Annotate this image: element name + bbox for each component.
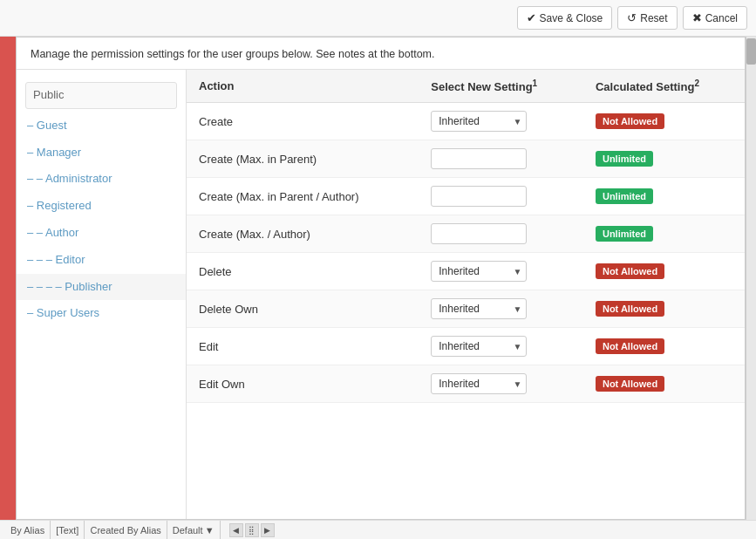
status-text: [Text]	[51, 521, 85, 539]
nav-item-superusers[interactable]: – Super Users	[17, 300, 186, 327]
select-wrapper: InheritedAllowedDenied▼	[431, 261, 527, 282]
table-row: DeleteInheritedAllowedDenied▼Not Allowed	[187, 253, 745, 290]
permissions-table-area: Action Select New Setting1 Calculated Se…	[187, 70, 745, 519]
nav-arrows: ◀ ⣿ ▶	[229, 523, 275, 537]
status-by-alias: By Alias	[5, 521, 51, 539]
permission-select[interactable]: InheritedAllowedDenied	[431, 298, 527, 319]
scrollbar[interactable]	[746, 37, 756, 520]
reset-button[interactable]: ↺ Reset	[617, 6, 677, 30]
nav-registered-label: – Registered	[27, 199, 92, 212]
status-created-by-alias: Created By Alias	[85, 521, 167, 539]
status-default-dropdown[interactable]: Default ▼	[167, 521, 221, 539]
cell-calculated-setting: Not Allowed	[583, 103, 745, 140]
cell-action: Delete	[187, 253, 419, 290]
max-value-input[interactable]	[431, 223, 527, 244]
permission-select[interactable]: InheritedAllowedDenied	[431, 261, 527, 282]
nav-item-author[interactable]: – – Author	[17, 220, 186, 247]
nav-editor-label: – – – Editor	[27, 253, 85, 266]
cell-select-setting: InheritedAllowedDenied▼	[419, 365, 583, 403]
main-content-area: Manage the permission settings for the u…	[16, 37, 746, 520]
status-nav-arrows: ◀ ⣿ ▶	[221, 521, 280, 539]
nav-public-label: Public	[33, 88, 64, 101]
calculated-badge: Unlimited	[596, 226, 653, 242]
nav-item-guest[interactable]: – Guest	[17, 113, 186, 140]
cell-select-setting: InheritedAllowedDenied▼	[419, 328, 583, 365]
permission-select[interactable]: InheritedAllowedDenied	[431, 373, 527, 394]
permission-select[interactable]: InheritedAllowedDenied	[431, 336, 527, 357]
left-accent-strip	[0, 37, 16, 520]
next-arrow-button[interactable]: ▶	[261, 523, 275, 537]
calculated-badge: Not Allowed	[596, 263, 664, 279]
table-header-row: Action Select New Setting1 Calculated Se…	[187, 70, 745, 103]
nav-publisher-label: – – – – Publisher	[27, 280, 112, 293]
table-row: Delete OwnInheritedAllowedDenied▼Not All…	[187, 290, 745, 328]
permission-select[interactable]: InheritedAllowedDenied	[431, 111, 527, 132]
table-row: CreateInheritedAllowedDenied▼Not Allowed	[187, 103, 745, 140]
toolbar: ✔ Save & Close ↺ Reset ✖ Cancel	[0, 0, 756, 37]
dropdown-chevron-icon: ▼	[205, 525, 215, 536]
cell-action: Delete Own	[187, 290, 419, 328]
max-value-input[interactable]	[431, 148, 527, 169]
nav-item-registered[interactable]: – Registered	[17, 193, 186, 220]
cell-calculated-setting: Unlimited	[583, 140, 745, 178]
description-bar: Manage the permission settings for the u…	[17, 38, 745, 70]
calculated-badge: Not Allowed	[596, 376, 664, 392]
col-header-action: Action	[187, 70, 419, 103]
reset-label: Reset	[640, 12, 667, 24]
nav-superusers-label: – Super Users	[27, 306, 99, 319]
table-row: Create (Max. in Parent / Author)Unlimite…	[187, 178, 745, 215]
nav-manager-label: – Manager	[27, 146, 81, 159]
scroll-thumb[interactable]	[746, 38, 756, 65]
nav-item-publisher[interactable]: – – – – Publisher	[17, 274, 186, 301]
cell-calculated-setting: Not Allowed	[583, 253, 745, 290]
nav-guest-label: – Guest	[27, 119, 67, 132]
cell-select-setting: InheritedAllowedDenied▼	[419, 103, 583, 140]
cell-calculated-setting: Not Allowed	[583, 290, 745, 328]
description-text: Manage the permission settings for the u…	[31, 48, 434, 60]
calculated-badge: Not Allowed	[596, 301, 664, 317]
cell-calculated-setting: Unlimited	[583, 178, 745, 215]
select-new-setting-sup: 1	[533, 78, 538, 88]
calculated-badge: Unlimited	[596, 188, 653, 204]
col-header-calculated-setting: Calculated Setting2	[583, 70, 745, 103]
cell-action: Create	[187, 103, 419, 140]
nav-item-editor[interactable]: – – – Editor	[17, 247, 186, 274]
status-by-alias-label: By Alias	[10, 525, 44, 536]
status-created-by-alias-label: Created By Alias	[90, 525, 160, 536]
action-header-label: Action	[199, 79, 234, 92]
cell-select-setting	[419, 140, 583, 178]
cell-select-setting	[419, 215, 583, 253]
cell-action: Create (Max. / Author)	[187, 215, 419, 253]
cell-select-setting: InheritedAllowedDenied▼	[419, 253, 583, 290]
drag-handle[interactable]: ⣿	[245, 523, 259, 537]
select-wrapper: InheritedAllowedDenied▼	[431, 373, 527, 394]
default-dropdown[interactable]: Default ▼	[173, 525, 215, 536]
cancel-label: Cancel	[705, 12, 738, 24]
select-wrapper: InheritedAllowedDenied▼	[431, 111, 527, 132]
default-dropdown-label: Default	[173, 525, 203, 536]
save-close-button[interactable]: ✔ Save & Close	[517, 6, 613, 30]
nav-administrator-label: – – Administrator	[27, 172, 112, 185]
content-body: Public – Guest – Manager – – Administrat…	[17, 70, 745, 519]
table-row: Edit OwnInheritedAllowedDenied▼Not Allow…	[187, 365, 745, 403]
max-value-input[interactable]	[431, 186, 527, 207]
cancel-button[interactable]: ✖ Cancel	[683, 6, 747, 30]
cell-select-setting	[419, 178, 583, 215]
select-wrapper: InheritedAllowedDenied▼	[431, 336, 527, 357]
calculated-setting-sup: 2	[694, 78, 699, 88]
nav-item-manager[interactable]: – Manager	[17, 140, 186, 167]
cell-action: Edit	[187, 328, 419, 365]
cancel-icon: ✖	[692, 11, 702, 24]
table-row: EditInheritedAllowedDenied▼Not Allowed	[187, 328, 745, 365]
calculated-badge: Not Allowed	[596, 338, 664, 354]
select-wrapper: InheritedAllowedDenied▼	[431, 298, 527, 319]
status-text-label: [Text]	[56, 525, 78, 536]
cell-calculated-setting: Not Allowed	[583, 365, 745, 403]
status-bar: By Alias [Text] Created By Alias Default…	[0, 520, 756, 539]
select-new-setting-header-label: Select New Setting	[431, 80, 532, 93]
cell-calculated-setting: Unlimited	[583, 215, 745, 253]
cell-select-setting: InheritedAllowedDenied▼	[419, 290, 583, 328]
nav-item-public[interactable]: Public	[25, 82, 177, 109]
prev-arrow-button[interactable]: ◀	[229, 523, 243, 537]
nav-item-administrator[interactable]: – – Administrator	[17, 166, 186, 193]
